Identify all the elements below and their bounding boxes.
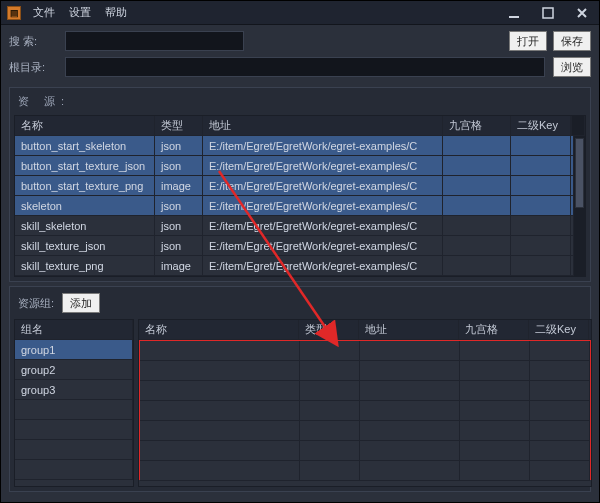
cell-addr: E:/item/Egret/EgretWork/egret-examples/C: [203, 196, 443, 215]
resource-row[interactable]: skill_texture_jsonjsonE:/item/Egret/Egre…: [15, 236, 585, 256]
cell-name: button_start_skeleton: [15, 136, 155, 155]
dcol-name[interactable]: 名称: [139, 320, 299, 339]
close-button[interactable]: [571, 5, 593, 21]
cell-ninegrid: [443, 256, 511, 275]
group-row[interactable]: group2: [15, 360, 133, 380]
resource-title: 资 源:: [14, 92, 586, 115]
cell-groupname: group3: [15, 380, 133, 399]
resource-row[interactable]: button_start_texture_jsonjsonE:/item/Egr…: [15, 156, 585, 176]
cell-addr: E:/item/Egret/EgretWork/egret-examples/C: [203, 256, 443, 275]
group-row-empty: [15, 440, 133, 460]
app-icon: ▤: [7, 6, 21, 20]
search-label: 搜 索:: [9, 34, 57, 49]
scrollbar-head: [571, 116, 585, 135]
dcol-subkey[interactable]: 二级Key: [529, 320, 589, 339]
cell-ninegrid: [443, 136, 511, 155]
resource-table: 名称 类型 地址 九宫格 二级Key button_start_skeleton…: [14, 115, 586, 277]
browse-button[interactable]: 浏览: [553, 57, 591, 77]
cell-name: skill_skeleton: [15, 216, 155, 235]
col-addr[interactable]: 地址: [203, 116, 443, 135]
cell-addr: E:/item/Egret/EgretWork/egret-examples/C: [203, 156, 443, 175]
cell-subkey: [511, 156, 571, 175]
maximize-button[interactable]: [537, 5, 559, 21]
group-row-empty: [15, 460, 133, 480]
col-ninegrid[interactable]: 九宫格: [443, 116, 511, 135]
cell-name: skeleton: [15, 196, 155, 215]
cell-ninegrid: [443, 236, 511, 255]
cell-addr: E:/item/Egret/EgretWork/egret-examples/C: [203, 176, 443, 195]
cell-subkey: [511, 136, 571, 155]
col-name[interactable]: 名称: [15, 116, 155, 135]
search-input[interactable]: [65, 31, 244, 51]
cell-ninegrid: [443, 176, 511, 195]
cell-groupname: group1: [15, 340, 133, 359]
cell-subkey: [511, 196, 571, 215]
search-row: 搜 索: 打开 保存: [1, 25, 599, 57]
group-row[interactable]: group1: [15, 340, 133, 360]
svg-rect-1: [543, 8, 553, 18]
cell-subkey: [511, 236, 571, 255]
cell-ninegrid: [443, 156, 511, 175]
col-groupname[interactable]: 组名: [15, 320, 133, 339]
scrollbar-thumb[interactable]: [575, 138, 584, 208]
cell-subkey: [511, 176, 571, 195]
cell-type: image: [155, 256, 203, 275]
group-title: 资源组:: [18, 296, 54, 311]
dcol-type[interactable]: 类型: [299, 320, 359, 339]
resource-row[interactable]: button_start_texture_pngimageE:/item/Egr…: [15, 176, 585, 196]
minimize-button[interactable]: [503, 5, 525, 21]
cell-name: button_start_texture_json: [15, 156, 155, 175]
cell-subkey: [511, 256, 571, 275]
cell-type: json: [155, 156, 203, 175]
rootdir-label: 根目录:: [9, 60, 57, 75]
group-row-empty: [15, 420, 133, 440]
cell-name: button_start_texture_png: [15, 176, 155, 195]
resource-row[interactable]: skeletonjsonE:/item/Egret/EgretWork/egre…: [15, 196, 585, 216]
group-row-empty: [15, 400, 133, 420]
cell-addr: E:/item/Egret/EgretWork/egret-examples/C: [203, 236, 443, 255]
cell-name: skill_texture_json: [15, 236, 155, 255]
status-bar: 就绪: [1, 496, 599, 503]
cell-ninegrid: [443, 196, 511, 215]
group-row[interactable]: group3: [15, 380, 133, 400]
cell-type: json: [155, 236, 203, 255]
menu-file[interactable]: 文件: [33, 5, 55, 20]
cell-addr: E:/item/Egret/EgretWork/egret-examples/C: [203, 216, 443, 235]
cell-type: json: [155, 216, 203, 235]
titlebar: ▤ 文件 设置 帮助: [1, 1, 599, 25]
cell-name: skill_texture_png: [15, 256, 155, 275]
add-group-button[interactable]: 添加: [62, 293, 100, 313]
resource-scrollbar[interactable]: [573, 136, 585, 276]
col-subkey[interactable]: 二级Key: [511, 116, 571, 135]
open-button[interactable]: 打开: [509, 31, 547, 51]
svg-rect-0: [509, 16, 519, 18]
cell-type: json: [155, 196, 203, 215]
resource-panel: 资 源: 名称 类型 地址 九宫格 二级Key button_start_ske…: [9, 87, 591, 282]
col-type[interactable]: 类型: [155, 116, 203, 135]
resource-header: 名称 类型 地址 九宫格 二级Key: [15, 116, 585, 136]
resource-row[interactable]: button_start_skeletonjsonE:/item/Egret/E…: [15, 136, 585, 156]
group-detail-body[interactable]: [139, 340, 591, 480]
cell-ninegrid: [443, 216, 511, 235]
dcol-ninegrid[interactable]: 九宫格: [459, 320, 529, 339]
group-detail-table: 名称 类型 地址 九宫格 二级Key: [138, 319, 592, 487]
menu-settings[interactable]: 设置: [69, 5, 91, 20]
resource-row[interactable]: skill_skeletonjsonE:/item/Egret/EgretWor…: [15, 216, 585, 236]
save-button[interactable]: 保存: [553, 31, 591, 51]
rootdir-row: 根目录: 浏览: [1, 57, 599, 83]
cell-subkey: [511, 216, 571, 235]
cell-addr: E:/item/Egret/EgretWork/egret-examples/C: [203, 136, 443, 155]
rootdir-input[interactable]: [65, 57, 545, 77]
group-list: 组名 group1group2group3: [14, 319, 134, 487]
cell-type: image: [155, 176, 203, 195]
cell-groupname: group2: [15, 360, 133, 379]
cell-type: json: [155, 136, 203, 155]
group-panel: 资源组: 添加 组名 group1group2group3 名称 类型 地址 九…: [9, 286, 591, 492]
menu-help[interactable]: 帮助: [105, 5, 127, 20]
dcol-addr[interactable]: 地址: [359, 320, 459, 339]
resource-row[interactable]: skill_texture_pngimageE:/item/Egret/Egre…: [15, 256, 585, 276]
